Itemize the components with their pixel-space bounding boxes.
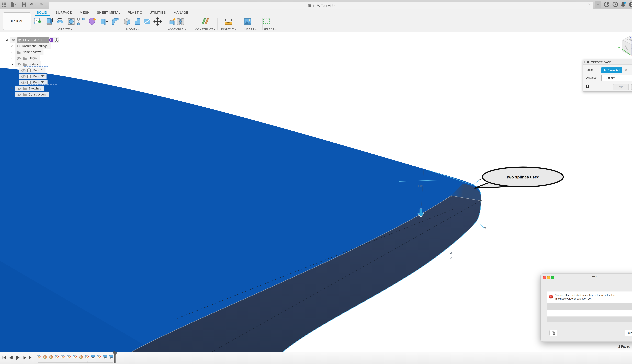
construct-plane-icon[interactable]: [201, 17, 210, 26]
timeline-feature-plane[interactable]: [78, 355, 84, 360]
activate-radio-icon[interactable]: [54, 38, 59, 42]
browser-root-row[interactable]: HLW Test v13 K.: [10, 38, 59, 43]
timeline-step-back-button[interactable]: [8, 356, 13, 360]
visibility-eye-icon[interactable]: [17, 87, 21, 90]
root-expand-icon[interactable]: ◢: [5, 38, 8, 41]
expand-icon[interactable]: ▷: [10, 87, 14, 90]
clear-selection-icon[interactable]: ×: [625, 68, 627, 72]
timeline-feature-sketch[interactable]: [72, 355, 78, 360]
joint-icon[interactable]: [176, 17, 185, 26]
group-select[interactable]: SELECT ▾: [263, 28, 277, 31]
notifications-bell-icon[interactable]: [620, 2, 626, 7]
file-icon[interactable]: [10, 2, 14, 7]
info-icon[interactable]: [586, 84, 589, 88]
browser-row-rand1[interactable]: Rand 1: [19, 68, 46, 73]
draft-icon[interactable]: [133, 17, 142, 26]
apps-grid-icon[interactable]: [2, 2, 6, 7]
expand-icon[interactable]: ▷: [10, 93, 14, 96]
undo-icon[interactable]: ↶: [30, 2, 33, 7]
tab-mesh[interactable]: MESH: [80, 10, 90, 14]
visibility-eye-off-icon[interactable]: [21, 69, 26, 72]
timeline-play-button[interactable]: [15, 355, 20, 360]
visibility-eye-icon[interactable]: [17, 93, 21, 96]
expand-icon[interactable]: ▷: [10, 56, 14, 59]
select-icon[interactable]: [262, 17, 272, 26]
tab-sheet-metal[interactable]: SHEET METAL: [97, 10, 120, 14]
new-tab-button[interactable]: +: [594, 1, 602, 8]
timeline-skip-end-button[interactable]: [28, 356, 33, 360]
timeline-feature-plane[interactable]: [42, 355, 48, 360]
visibility-eye-icon[interactable]: [17, 63, 21, 66]
copy-button[interactable]: [549, 330, 558, 336]
document-tab[interactable]: HLW Test v13*: [49, 2, 593, 9]
file-caret-icon[interactable]: ▾: [15, 3, 16, 6]
create-sketch-icon[interactable]: [33, 17, 42, 26]
tab-surface[interactable]: SURFACE: [56, 10, 72, 14]
timeline-feature-loft[interactable]: [90, 355, 96, 360]
expand-icon[interactable]: ▷: [10, 50, 14, 53]
spline-endpoint-dot[interactable]: [480, 179, 481, 180]
group-inspect[interactable]: INSPECT ▾: [221, 28, 236, 31]
browser-row-rand-s2[interactable]: Rand S2: [19, 74, 46, 79]
visibility-eye-icon[interactable]: [12, 39, 16, 42]
press-pull-icon[interactable]: [100, 17, 109, 26]
visibility-eye-off-icon[interactable]: [21, 75, 26, 78]
group-construct[interactable]: CONSTRUCT ▾: [195, 28, 216, 31]
history-clock-icon[interactable]: [612, 2, 618, 7]
root-selected-bar[interactable]: HLW Test v13: [17, 38, 49, 43]
browser-row-named-views[interactable]: Named Views: [15, 49, 44, 55]
timeline-skip-start-button[interactable]: [2, 356, 6, 360]
timeline-position-marker[interactable]: [111, 351, 118, 364]
group-create[interactable]: CREATE ▾: [58, 28, 72, 31]
tab-plastic[interactable]: PLASTIC: [128, 10, 142, 14]
extrude-icon[interactable]: [44, 17, 54, 26]
new-component-icon[interactable]: [168, 17, 177, 26]
palette-grip-icon[interactable]: ‖: [584, 61, 585, 64]
extensions-icon[interactable]: [604, 2, 610, 7]
move-icon[interactable]: [153, 17, 162, 26]
browser-row-document-settings[interactable]: ⚙ Document Settings: [15, 43, 51, 49]
group-modify[interactable]: MODIFY ▾: [126, 28, 140, 31]
insert-image-icon[interactable]: [243, 17, 252, 26]
timeline-feature-sketch[interactable]: [96, 355, 102, 360]
ok-button[interactable]: OK: [613, 84, 629, 90]
timeline-feature-sketch[interactable]: [60, 355, 66, 360]
browser-row-origin[interactable]: Origin: [15, 55, 40, 61]
form-icon[interactable]: [88, 17, 97, 26]
tab-close-icon[interactable]: ×: [588, 2, 590, 7]
close-button[interactable]: Close: [625, 330, 632, 336]
collaborator-badge[interactable]: K.: [49, 38, 53, 42]
browser-row-construction[interactable]: Construction: [15, 92, 49, 97]
faces-selection-chip[interactable]: 2 selected: [602, 67, 622, 73]
group-insert[interactable]: INSERT ▾: [244, 28, 257, 31]
timeline-feature-sketch[interactable]: [85, 355, 90, 360]
tab-solid[interactable]: SOLID: [37, 10, 47, 14]
timeline-feature-plane[interactable]: [48, 355, 54, 360]
browser-row-sketches[interactable]: Sketches: [15, 86, 44, 91]
save-icon[interactable]: [22, 2, 26, 6]
undo-caret-icon[interactable]: ▾: [36, 3, 36, 6]
pattern-icon[interactable]: [76, 17, 86, 26]
group-assemble[interactable]: ASSEMBLE ▾: [168, 28, 186, 31]
timeline-step-forward-button[interactable]: [22, 356, 27, 360]
tab-manage[interactable]: MANAGE: [174, 10, 188, 14]
hole-icon[interactable]: [67, 17, 76, 26]
timeline-feature-sketch[interactable]: [54, 355, 60, 360]
measure-icon[interactable]: [224, 17, 233, 26]
cancel-button[interactable]: Cancel: [631, 84, 632, 90]
revolve-icon[interactable]: [56, 17, 65, 26]
split-icon[interactable]: [142, 17, 152, 26]
tab-utilities[interactable]: UTILITIES: [150, 10, 166, 14]
visibility-eye-off-icon[interactable]: [17, 56, 21, 60]
model-canvas[interactable]: 1.00 Two splines used FRONT LEFT BOTTOM …: [0, 0, 632, 364]
timeline-feature-sketch[interactable]: [36, 355, 42, 360]
timeline-feature-sketch[interactable]: [66, 355, 72, 360]
expand-icon[interactable]: ▷: [10, 44, 14, 47]
visibility-eye-icon[interactable]: [21, 81, 26, 84]
collapse-icon[interactable]: ◢: [10, 62, 14, 65]
offset-face-header[interactable]: ‖ OFFSET FACE ▶▶: [583, 60, 632, 65]
timeline-feature-loft[interactable]: [103, 355, 108, 360]
shell-icon[interactable]: [122, 17, 132, 26]
workspace-selector[interactable]: DESIGN ▾: [3, 12, 31, 30]
help-icon[interactable]: ?: [629, 2, 632, 7]
